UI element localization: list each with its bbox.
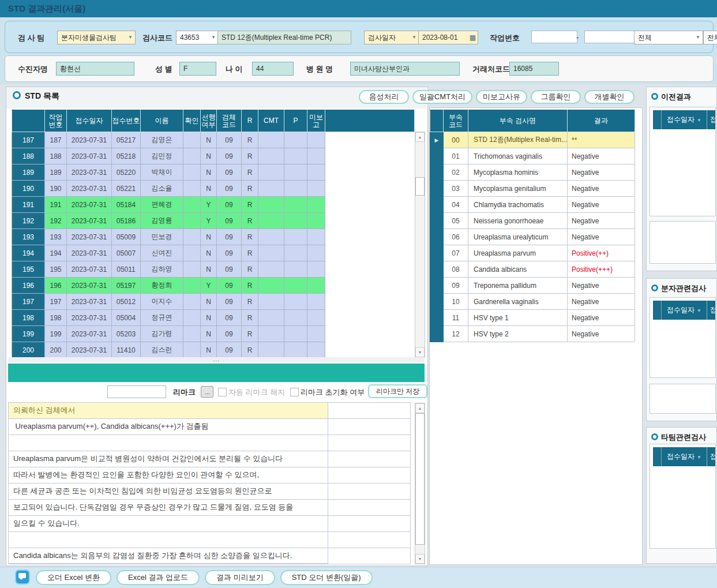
cell-p[interactable] [284,164,307,181]
cell-p[interactable] [284,132,307,148]
report-line-text[interactable]: Ureaplasma parvum(++), Candida albicans(… [9,419,328,435]
cell-unreported[interactable] [307,310,325,326]
std-list-row[interactable]: 189 189 2023-07-31 05220 박채이 N 09 R [12,164,415,181]
row-number-cell[interactable]: 188 [12,148,45,164]
cell-prior[interactable]: N [201,326,217,342]
footer-button[interactable]: 오더 Excel 변환 [36,570,111,585]
cell-r[interactable]: R [242,278,258,294]
cell-prior[interactable]: N [201,148,217,164]
cell-p[interactable] [284,342,307,358]
footer-button[interactable]: STD 오더 변환(일괄) [280,570,373,585]
cell-sub-name[interactable]: STD 12종(Multiplex Real-tim... [468,132,568,148]
report-line[interactable]: Candida albicans는 외음부의 감염성 질환중 가장 흔하며 심한… [9,548,410,564]
cell-sub-name[interactable]: Chlamydia trachomatis [468,197,568,213]
cell-work-no[interactable]: 195 [45,261,67,278]
cell-cmt[interactable] [258,132,284,148]
std-list-row[interactable]: 195 195 2023-07-31 05011 김하영 N 09 R [12,261,415,278]
cell-receipt-date[interactable]: 2023-07-31 [67,181,112,197]
cell-prior[interactable]: Y [201,213,217,229]
sub-test-row[interactable]: ▶ 09 Treponema pallidum Negative [430,278,635,294]
row-number-cell[interactable]: 191 [12,197,45,213]
cell-p[interactable] [284,261,307,278]
scroll-down-icon[interactable]: ▼ [415,347,425,357]
report-line[interactable] [9,532,410,548]
cell-prior[interactable]: Y [201,278,217,294]
cell-prior[interactable]: Y [201,197,217,213]
cell-p[interactable] [284,245,307,261]
std-list-row[interactable]: 190 190 2023-07-31 05221 김소율 N 09 R [12,181,415,197]
std-list-row[interactable]: 198 198 2023-07-31 05004 정규연 N 09 R [12,310,415,326]
cell-prior[interactable]: N [201,181,217,197]
report-line-text[interactable]: 의뢰하신 검체에서 [9,403,328,418]
report-line[interactable]: 다른 세균과 공존 또는 이차적인 침입에 의한 비임균성 요도염등의 원인균으… [9,484,410,500]
cell-unreported[interactable] [307,181,325,197]
cell-prior[interactable]: N [201,229,217,245]
cell-confirm[interactable] [183,294,201,310]
cell-p[interactable] [284,148,307,164]
cell-r[interactable]: R [242,245,258,261]
action-button[interactable]: 음성처리 [359,90,409,104]
cell-name[interactable]: 김민정 [141,148,183,164]
cell-sub-name[interactable]: Candida albicans [468,261,568,278]
scroll-up-icon[interactable]: ▲ [415,403,425,413]
cell-cmt[interactable] [258,278,284,294]
cell-specimen-code[interactable]: 09 [217,213,242,229]
row-number-cell[interactable]: 197 [12,294,45,310]
cell-specimen-code[interactable]: 09 [217,278,242,294]
cell-unreported[interactable] [307,148,325,164]
cell-p[interactable] [284,229,307,245]
cell-r[interactable]: R [242,213,258,229]
sub-test-row[interactable]: ▶ 11 HSV type 1 Negative [430,310,635,326]
calendar-icon[interactable]: ▦ [470,33,476,42]
header-receipt-no-partial[interactable]: 접 [707,447,715,466]
cell-receipt-date[interactable]: 2023-07-31 [67,213,112,229]
cell-work-no[interactable]: 198 [45,310,67,326]
cell-sub-result[interactable]: Positive(++) [568,245,635,261]
cell-receipt-date[interactable]: 2023-07-31 [67,278,112,294]
cell-p[interactable] [284,278,307,294]
cell-prior[interactable]: N [201,261,217,278]
cell-unreported[interactable] [307,164,325,181]
cell-name[interactable]: 편혜경 [141,197,183,213]
cell-work-no[interactable]: 197 [45,294,67,310]
cell-sub-name[interactable]: Ureaplasma urealyticum [468,229,568,245]
cell-name[interactable]: 정규연 [141,310,183,326]
cell-p[interactable] [284,310,307,326]
cell-unreported[interactable] [307,326,325,342]
row-number-cell[interactable]: 195 [12,261,45,278]
cell-prior[interactable]: N [201,245,217,261]
cell-sub-code[interactable]: 08 [444,261,468,278]
cell-receipt-date[interactable]: 2023-07-31 [67,310,112,326]
footer-button[interactable]: Excel 결과 업로드 [117,570,200,585]
cell-sub-result[interactable]: Positive(+++) [568,261,635,278]
cell-sub-code[interactable]: 00 [444,132,468,148]
scroll-down-icon[interactable]: ▼ [415,554,425,564]
cell-receipt-no[interactable]: 05004 [112,310,141,326]
cell-sub-result[interactable]: Negative [568,148,635,164]
cell-work-no[interactable]: 187 [45,132,67,148]
cell-work-no[interactable]: 190 [45,181,67,197]
cell-r[interactable]: R [242,261,258,278]
cell-unreported[interactable] [307,342,325,358]
header-receipt-date[interactable]: 접수일자▼ [662,110,707,129]
sub-test-row[interactable]: ▶ 10 Gardnerella vaginalis Negative [430,294,635,310]
cell-p[interactable] [284,181,307,197]
cell-cmt[interactable] [258,310,284,326]
cell-specimen-code[interactable]: 09 [217,164,242,181]
std-list-scrollbar[interactable]: ▲ ▼ [415,132,425,358]
test-name-field[interactable]: STD 12종(Multiplex Real-time PCR) [217,31,351,44]
report-line-text[interactable]: 일으킬 수 있습니다. [9,516,328,531]
team-select[interactable]: 분자미생물검사팀 ▼ [57,31,136,44]
cell-sub-name[interactable]: HSV type 1 [468,310,568,326]
sub-test-row[interactable]: ▶ 04 Chlamydia trachomatis Negative [430,197,635,213]
scrollbar-thumb[interactable] [415,413,425,545]
cell-sub-result[interactable]: Negative [568,229,635,245]
sex-field[interactable]: F [179,62,216,76]
cell-confirm[interactable] [183,310,201,326]
cell-cmt[interactable] [258,245,284,261]
std-list-row[interactable]: 192 192 2023-07-31 05186 김영룡 Y 09 R [12,213,415,229]
cell-name[interactable]: 민보경 [141,229,183,245]
cell-p[interactable] [284,294,307,310]
cell-sub-code[interactable]: 09 [444,278,468,294]
remark-more-button[interactable]: ... [201,386,213,398]
